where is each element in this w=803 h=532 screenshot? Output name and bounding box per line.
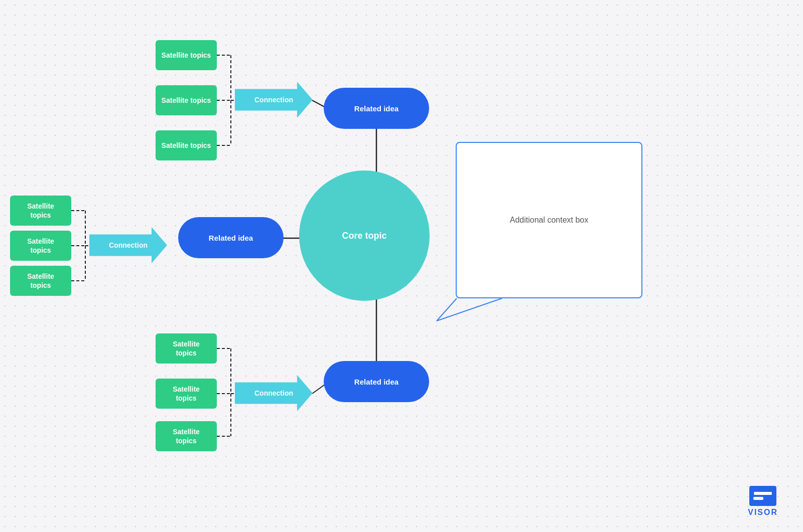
satellite-top-2[interactable]: Satellite topics — [156, 85, 217, 115]
satellite-bot-2[interactable]: Satellitetopics — [156, 379, 217, 409]
context-box[interactable]: Additional context box — [456, 142, 642, 298]
visor-logo: VISOR — [748, 486, 778, 517]
related-idea-bot[interactable]: Related idea — [324, 361, 429, 402]
diagram-container: Satellite topics Satellite topics Satell… — [0, 0, 803, 532]
satellite-mid-3[interactable]: Satellitetopics — [10, 266, 71, 296]
satellite-bot-1[interactable]: Satellitetopics — [156, 333, 217, 364]
visor-icon — [749, 486, 776, 506]
satellite-bot-3[interactable]: Satellitetopics — [156, 421, 217, 451]
related-idea-top[interactable]: Related idea — [324, 88, 429, 129]
satellite-mid-2[interactable]: Satellitetopics — [10, 231, 71, 261]
visor-text: VISOR — [748, 508, 778, 517]
context-box-label: Additional context box — [510, 216, 589, 225]
satellite-mid-1[interactable]: Satellitetopics — [10, 196, 71, 226]
core-topic[interactable]: Core topic — [299, 170, 430, 301]
visor-bar-1 — [754, 492, 772, 495]
related-idea-mid[interactable]: Related idea — [178, 217, 284, 258]
satellite-top-1[interactable]: Satellite topics — [156, 40, 217, 70]
satellite-top-3[interactable]: Satellite topics — [156, 130, 217, 160]
visor-bar-2 — [753, 497, 763, 500]
